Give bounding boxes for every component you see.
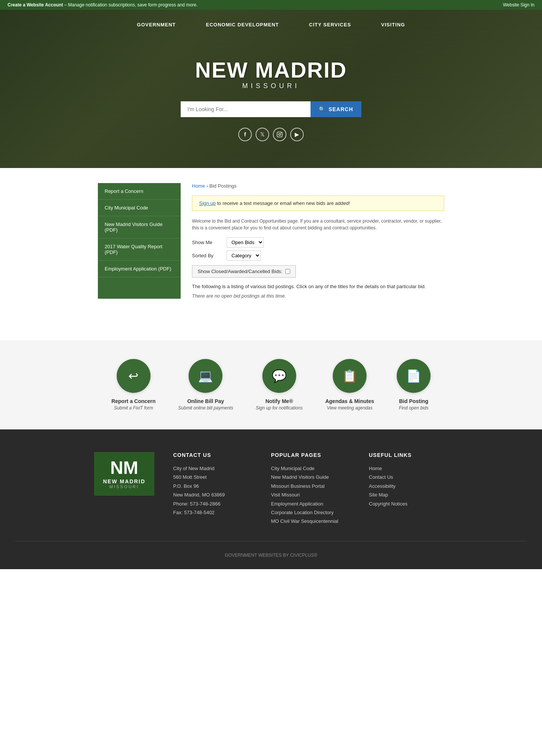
quick-links-section: ↩ Report a Concern Submit a FixiT form 💻… (0, 340, 542, 429)
nav-economic-development[interactable]: ECONOMIC DEVELOPMENT (191, 18, 294, 31)
alert-text: to receive a text message or email when … (216, 200, 350, 206)
facebook-icon[interactable]: f (238, 128, 252, 141)
page-content: Home › Bid Postings Sign up to receive a… (192, 183, 444, 299)
quick-link-notify[interactable]: 💬 Notify Me® Sign up for notifications (256, 359, 303, 411)
sidebar: Report a Concern City Municipal Code New… (98, 183, 181, 299)
svg-rect-0 (277, 132, 282, 137)
sidebar-item-water-quality[interactable]: 2017 Water Quality Report (PDF) (98, 238, 181, 261)
sidebar-item-report[interactable]: Report a Concern (98, 183, 181, 200)
report-title: Report a Concern (111, 398, 155, 404)
useful-link-4[interactable]: Copyright Notices (369, 499, 452, 508)
closed-bids-filter: Show Closed/Awarded/Cancelled Bids: (192, 265, 296, 278)
bid-sub: Find open bids (399, 405, 429, 411)
agendas-sub: View meeting agendas (327, 405, 373, 411)
sorted-by-label: Sorted By (192, 253, 222, 258)
intro-text: Welcome to the Bid and Contract Opportun… (192, 218, 444, 231)
closed-bids-checkbox[interactable] (285, 269, 290, 274)
contact-line-1: 560 Mott Street (173, 473, 256, 481)
search-icon: 🔍 (319, 106, 326, 112)
bill-pay-title: Online Bill Pay (187, 398, 224, 404)
contact-phone: Phone: 573-748-2866 (173, 499, 256, 508)
sidebar-item-municipal[interactable]: City Municipal Code (98, 200, 181, 216)
popular-link-4[interactable]: Employment Application (271, 499, 354, 508)
svg-point-1 (279, 133, 280, 135)
useful-link-2[interactable]: Accessibility (369, 482, 452, 490)
footer-bottom: GOVERNMENT WEBSITES BY CIVICPLUS® (15, 541, 527, 558)
twitter-icon[interactable]: 𝕏 (256, 128, 269, 141)
notify-icon: 💬 (262, 359, 296, 393)
notify-title: Notify Me® (265, 398, 293, 404)
sign-up-link[interactable]: Sign up (199, 200, 216, 206)
top-bar-desc: – Manage notification subscriptions, sav… (64, 2, 198, 8)
bid-icon: 📄 (397, 359, 431, 393)
popular-link-6[interactable]: MO Civil War Sesquicentennial (271, 517, 354, 525)
social-icons: f 𝕏 ▶ (238, 128, 304, 141)
useful-link-3[interactable]: Site Map (369, 490, 452, 499)
nav-visiting[interactable]: VISITING (366, 18, 420, 31)
useful-title: USEFUL LINKS (369, 452, 452, 458)
footer-contact: CONTACT US City of New Madrid 560 Mott S… (173, 452, 256, 517)
no-bids-text: There are no open bid postings at this t… (192, 293, 444, 299)
search-button[interactable]: 🔍 SEARCH (311, 101, 361, 117)
nav-city-services[interactable]: CITY SERVICES (294, 18, 366, 31)
quick-link-bill-pay[interactable]: 💻 Online Bill Pay Submit online bill pay… (178, 359, 233, 411)
footer-logo-city: NEW MADRID (103, 478, 146, 484)
search-input[interactable] (181, 101, 311, 117)
popular-link-2[interactable]: Missouri Business Portal (271, 482, 354, 490)
hero-content: NEW MADRID MISSOURI 🔍 SEARCH f 𝕏 ▶ (173, 35, 369, 168)
show-me-select[interactable]: Open Bids (227, 237, 264, 247)
quick-link-report[interactable]: ↩ Report a Concern Submit a FixiT form (111, 359, 155, 411)
popular-link-5[interactable]: Corporate Location Directory (271, 508, 354, 517)
quick-link-agendas[interactable]: 📋 Agendas & Minutes View meeting agendas (325, 359, 374, 411)
svg-point-2 (281, 133, 282, 133)
contact-line-2: P.O. Box 96 (173, 482, 256, 490)
search-bar: 🔍 SEARCH (181, 101, 361, 117)
main-content-area: Report a Concern City Municipal Code New… (90, 183, 452, 299)
quick-links-inner: ↩ Report a Concern Submit a FixiT form 💻… (90, 359, 452, 411)
show-me-filter: Show Me Open Bids (192, 237, 444, 247)
sorted-by-filter: Sorted By Category (192, 250, 444, 261)
footer-popular: POPULAR PAGES City Municipal Code New Ma… (271, 452, 354, 526)
breadcrumb: Home › Bid Postings (192, 183, 444, 189)
popular-link-0[interactable]: City Municipal Code (271, 464, 354, 473)
sign-in-link[interactable]: Website Sign In (503, 2, 534, 8)
footer-logo-box: NM NEW MADRID MISSOURI (94, 452, 154, 496)
sidebar-item-visitors-guide[interactable]: New Madrid Visitors Guide (PDF) (98, 216, 181, 238)
popular-link-3[interactable]: Visit Missouri (271, 490, 354, 499)
footer-credit: GOVERNMENT WEBSITES BY CIVICPLUS® (225, 553, 317, 558)
youtube-icon[interactable]: ▶ (290, 128, 304, 141)
useful-link-1[interactable]: Contact Us (369, 473, 452, 481)
breadcrumb-home[interactable]: Home (192, 183, 205, 189)
instagram-icon[interactable] (273, 128, 286, 141)
quick-link-bid[interactable]: 📄 Bid Posting Find open bids (397, 359, 431, 411)
footer-logo-letters: NM (110, 459, 139, 477)
hero-title: NEW MADRID (195, 58, 347, 82)
curve-divider (0, 314, 542, 333)
footer-logo-state: MISSOURI (110, 484, 139, 489)
contact-fax: Fax: 573-748-5402 (173, 508, 256, 517)
main-nav: GOVERNMENT ECONOMIC DEVELOPMENT CITY SER… (0, 10, 542, 35)
top-bar: Create a Website Account – Manage notifi… (0, 0, 542, 10)
footer-useful: USEFUL LINKS Home Contact Us Accessibili… (369, 452, 452, 508)
popular-title: POPULAR PAGES (271, 452, 354, 458)
hero-subtitle: MISSOURI (242, 82, 300, 90)
create-account-link[interactable]: Create a Website Account (8, 2, 63, 8)
agendas-icon: 📋 (333, 359, 367, 393)
nav-government[interactable]: GOVERNMENT (122, 18, 191, 31)
contact-line-3: New Madrid, MO 63869 (173, 490, 256, 499)
bid-title: Bid Posting (399, 398, 428, 404)
bill-pay-icon: 💻 (189, 359, 222, 393)
footer: NM NEW MADRID MISSOURI CONTACT US City o… (0, 429, 542, 569)
report-icon: ↩ (117, 359, 151, 393)
breadcrumb-current: Bid Postings (209, 183, 236, 189)
checkbox-label: Show Closed/Awarded/Cancelled Bids: (198, 269, 282, 274)
popular-link-1[interactable]: New Madrid Visitors Guide (271, 473, 354, 481)
notify-sub: Sign up for notifications (256, 405, 303, 411)
agendas-title: Agendas & Minutes (325, 398, 374, 404)
footer-inner: NM NEW MADRID MISSOURI CONTACT US City o… (90, 452, 452, 526)
listing-text: The following is a listing of various bi… (192, 284, 444, 289)
sidebar-item-employment[interactable]: Employment Application (PDF) (98, 261, 181, 277)
bill-pay-sub: Submit online bill payments (178, 405, 233, 411)
sorted-by-select[interactable]: Category (227, 250, 261, 261)
useful-link-0[interactable]: Home (369, 464, 452, 473)
